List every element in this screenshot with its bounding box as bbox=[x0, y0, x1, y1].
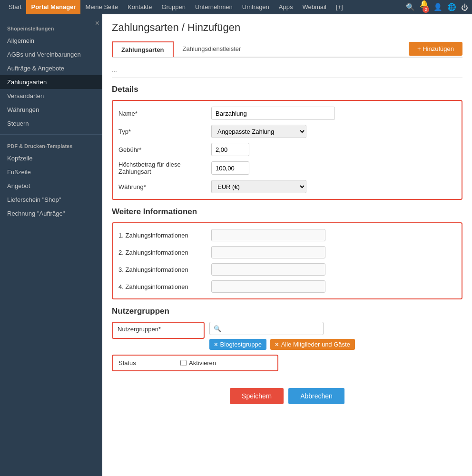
tags-row: × Blogtestgruppe × Alle Mitglieder und G… bbox=[209, 339, 462, 350]
hoechstbetrag-row: Höchstbetrag für diese Zahlungsart bbox=[118, 161, 456, 175]
gebuehr-row: Gebühr* bbox=[118, 143, 456, 156]
sidebar-item-angebot[interactable]: Angebot bbox=[0, 179, 102, 193]
info-row-2: 2. Zahlungsinformationen bbox=[118, 246, 456, 258]
nutzergruppen-heading: Nutzergruppen bbox=[112, 307, 462, 316]
nutzergruppen-label: Nutzergruppen* bbox=[112, 322, 205, 339]
sidebar-section-shopeinstellungen: Shopeinstellungen bbox=[0, 21, 102, 34]
info-label-2: 2. Zahlungsinformationen bbox=[118, 249, 211, 256]
info-input-1[interactable] bbox=[211, 229, 325, 241]
sidebar-item-steuern[interactable]: Steuern bbox=[0, 117, 102, 130]
status-check-label[interactable]: Aktivieren bbox=[180, 359, 216, 367]
sidebar-item-lieferschein[interactable]: Lieferschein "Shop" bbox=[0, 193, 102, 207]
details-heading: Details bbox=[112, 85, 462, 94]
nav-plus[interactable]: [+] bbox=[331, 0, 348, 14]
main-content: Zahlungsarten / Hinzufügen Zahlungsarten… bbox=[102, 14, 472, 476]
info-label-3: 3. Zahlungsinformationen bbox=[118, 266, 211, 273]
sidebar-item-waehrungen[interactable]: Währungen bbox=[0, 103, 102, 117]
cancel-button[interactable]: Abbrechen bbox=[288, 388, 344, 404]
search-icon[interactable]: 🔍 bbox=[406, 3, 415, 11]
tabs-bar: Zahlungsarten Zahlungsdienstleister + Hi… bbox=[112, 41, 462, 58]
info-row-3: 3. Zahlungsinformationen bbox=[118, 263, 456, 276]
status-checkbox[interactable] bbox=[180, 360, 187, 366]
main-layout: × Shopeinstellungen Allgemein AGBs und V… bbox=[0, 14, 472, 476]
nav-gruppen[interactable]: Gruppen bbox=[157, 0, 190, 14]
info-label-1: 1. Zahlungsinformationen bbox=[118, 232, 211, 239]
nav-webmail[interactable]: Webmail bbox=[297, 0, 331, 14]
sidebar-item-kopfzeile[interactable]: Kopfzeile bbox=[0, 151, 102, 165]
tag-blogtestgruppe: × Blogtestgruppe bbox=[209, 339, 266, 350]
typ-row: Typ* Angepasste Zahlung bbox=[118, 125, 456, 138]
info-input-3[interactable] bbox=[211, 263, 325, 276]
sidebar-item-zahlungsarten[interactable]: Zahlungsarten bbox=[0, 75, 102, 89]
power-icon[interactable]: ⏻ bbox=[461, 3, 468, 11]
status-section: Status Aktivieren bbox=[112, 355, 278, 371]
info-input-4[interactable] bbox=[211, 280, 325, 293]
tag-blogtestgruppe-label: Blogtestgruppe bbox=[220, 341, 262, 348]
top-nav-icons: 🔍 🔔 2 👤 🌐 ⏻ bbox=[406, 0, 468, 15]
nav-meine-seite[interactable]: Meine Seite bbox=[80, 0, 123, 14]
sidebar-item-versandarten[interactable]: Versandarten bbox=[0, 89, 102, 103]
page-title: Zahlungsarten / Hinzufügen bbox=[112, 21, 462, 34]
nav-unternehmen[interactable]: Unternehmen bbox=[190, 0, 237, 14]
weitere-form: 1. Zahlungsinformationen 2. Zahlungsinfo… bbox=[112, 222, 462, 299]
aktivieren-label: Aktivieren bbox=[189, 359, 216, 367]
action-buttons: Speichern Abbrechen bbox=[112, 381, 462, 414]
hoechstbetrag-input[interactable] bbox=[211, 161, 249, 175]
nav-kontakte[interactable]: Kontakte bbox=[123, 0, 157, 14]
save-button[interactable]: Speichern bbox=[230, 388, 284, 404]
tab-zahlungsarten[interactable]: Zahlungsarten bbox=[112, 41, 174, 57]
info-input-2[interactable] bbox=[211, 246, 325, 258]
nav-start[interactable]: Start bbox=[4, 0, 26, 14]
sidebar-item-rechnung[interactable]: Rechnung "Aufträge" bbox=[0, 207, 102, 220]
info-label-4: 4. Zahlungsinformationen bbox=[118, 283, 211, 290]
gebuehr-label: Gebühr* bbox=[118, 146, 211, 153]
nav-umfragen[interactable]: Umfragen bbox=[237, 0, 274, 14]
breadcrumb: ... bbox=[112, 62, 462, 78]
add-button[interactable]: + Hinzufügen bbox=[409, 42, 462, 56]
notification-badge: 2 bbox=[423, 6, 429, 13]
name-row: Name* bbox=[118, 107, 456, 120]
tag-alle-mitglieder: × Alle Mitglieder und Gäste bbox=[270, 339, 355, 350]
sidebar-close-button[interactable]: × bbox=[95, 19, 99, 28]
bell-icon[interactable]: 🔔 2 bbox=[420, 0, 429, 15]
sidebar-item-allgemein[interactable]: Allgemein bbox=[0, 34, 102, 48]
user-icon[interactable]: 👤 bbox=[433, 3, 442, 11]
name-input[interactable] bbox=[211, 107, 335, 120]
nav-apps[interactable]: Apps bbox=[274, 0, 298, 14]
hoechstbetrag-label: Höchstbetrag für diese Zahlungsart bbox=[118, 161, 211, 175]
sidebar-item-auftraege[interactable]: Aufträge & Angebote bbox=[0, 61, 102, 75]
sidebar-header: × bbox=[0, 19, 102, 21]
tab-zahlungsdienstleister[interactable]: Zahlungsdienstleister bbox=[174, 41, 250, 57]
waehrung-label: Währung* bbox=[118, 183, 211, 190]
nutzergruppen-row: Nutzergruppen* × Blogtestgruppe × Alle M… bbox=[112, 322, 462, 350]
nav-portal-manager[interactable]: Portal Manager bbox=[26, 0, 80, 14]
tag-blogtestgruppe-remove[interactable]: × bbox=[214, 341, 218, 348]
gebuehr-input[interactable] bbox=[211, 143, 249, 156]
info-row-1: 1. Zahlungsinformationen bbox=[118, 229, 456, 241]
weitere-heading: Weitere Informationen bbox=[112, 207, 462, 217]
typ-label: Typ* bbox=[118, 128, 211, 135]
details-form: Name* Typ* Angepasste Zahlung Gebühr* Hö… bbox=[112, 100, 462, 200]
status-label: Status bbox=[118, 359, 166, 367]
sidebar-item-fusszeile[interactable]: Fußzeile bbox=[0, 165, 102, 179]
nutzergruppen-search[interactable] bbox=[209, 322, 324, 335]
top-navigation: Start Portal Manager Meine Seite Kontakt… bbox=[0, 0, 472, 14]
sidebar: × Shopeinstellungen Allgemein AGBs und V… bbox=[0, 14, 102, 476]
sidebar-section-pdf: PDF & Drucken-Templates bbox=[0, 139, 102, 151]
info-rows: 1. Zahlungsinformationen 2. Zahlungsinfo… bbox=[112, 222, 462, 299]
globe-icon[interactable]: 🌐 bbox=[447, 3, 456, 11]
waehrung-select[interactable]: EUR (€) bbox=[211, 180, 306, 193]
typ-select[interactable]: Angepasste Zahlung bbox=[211, 125, 306, 138]
tag-alle-mitglieder-label: Alle Mitglieder und Gäste bbox=[281, 341, 350, 348]
nutzergruppen-input-area: × Blogtestgruppe × Alle Mitglieder und G… bbox=[209, 322, 462, 350]
tag-alle-mitglieder-remove[interactable]: × bbox=[275, 341, 279, 348]
sidebar-item-agbs[interactable]: AGBs und Vereinbarungen bbox=[0, 48, 102, 61]
waehrung-row: Währung* EUR (€) bbox=[118, 180, 456, 193]
info-row-4: 4. Zahlungsinformationen bbox=[118, 280, 456, 293]
name-label: Name* bbox=[118, 110, 211, 117]
